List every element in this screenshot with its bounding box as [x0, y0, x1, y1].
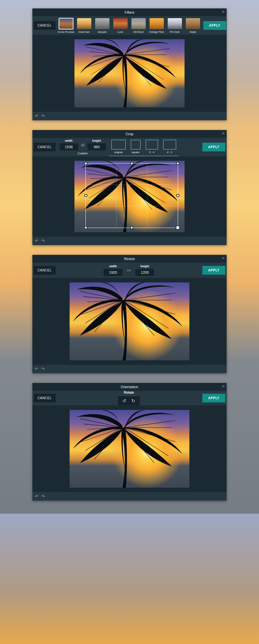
apply-button[interactable]: APPLY	[202, 266, 225, 275]
redo-icon[interactable]: ↷	[41, 367, 45, 371]
preview-area	[32, 405, 227, 488]
close-icon[interactable]: ×	[222, 384, 225, 389]
panel-title: Resize	[124, 257, 135, 261]
crop-toolbar: CANCEL width ⊘ height Custom original	[32, 138, 227, 156]
crop-handle-tm[interactable]	[130, 162, 133, 165]
footer-bar: ↶ ↷	[32, 492, 227, 501]
footer-bar: ↶ ↷	[32, 237, 227, 245]
custom-size-block: width ⊘ height Custom	[57, 138, 109, 156]
height-label: height	[141, 265, 149, 268]
filter-old-boot[interactable]: Old Boot	[130, 18, 147, 33]
height-label: height	[92, 139, 101, 142]
filter-thumb	[131, 18, 146, 29]
rotate-left-icon[interactable]: ↺	[120, 398, 129, 404]
aspect-label: 5 : 4	[146, 151, 158, 154]
cancel-button[interactable]: CANCEL	[34, 143, 56, 151]
preview-area	[32, 278, 227, 360]
crop-handle-br[interactable]	[175, 225, 180, 230]
aspect-5-4[interactable]: 5 : 4	[146, 140, 158, 154]
crop-handle-mr[interactable]	[176, 194, 179, 197]
filter-label: Jarques	[94, 30, 111, 33]
orientation-toolbar: CANCEL Rotate ↺ ↻ APPLY	[32, 391, 227, 405]
panel-header: Crop ×	[32, 130, 227, 138]
undo-icon[interactable]: ↶	[35, 494, 38, 499]
image-preview[interactable]	[74, 161, 185, 232]
close-icon[interactable]: ×	[222, 256, 225, 261]
filter-pin-hole[interactable]: Pin Hole	[166, 18, 183, 33]
rotate-buttons: ↺ ↻	[118, 396, 140, 405]
filters-toolbar: CANCEL Cross Process Glow Sun Jarques Lo…	[32, 16, 227, 35]
filters-panel: Filters × CANCEL Cross Process Glow Sun …	[32, 8, 227, 120]
filter-label: Glow Sun	[76, 30, 93, 33]
crop-handle-ml[interactable]	[84, 194, 87, 197]
filter-glow-sun[interactable]: Glow Sun	[76, 18, 93, 33]
filter-thumb	[59, 18, 73, 29]
rotate-label: Rotate	[124, 391, 134, 394]
width-input[interactable]	[60, 143, 78, 150]
filter-thumb	[150, 18, 164, 29]
undo-icon[interactable]: ↶	[35, 114, 38, 118]
filter-sepia[interactable]: Sepia	[185, 18, 201, 33]
filter-thumb	[186, 18, 200, 29]
apply-button[interactable]: APPLY	[203, 21, 226, 30]
close-icon[interactable]: ×	[222, 9, 225, 14]
panel-header: Resize ×	[32, 255, 227, 263]
filter-label: Pin Hole	[166, 30, 183, 33]
panel-title: Filters	[125, 10, 134, 14]
aspect-ratio-list[interactable]: original square 5 : 4 4 : 3	[109, 138, 179, 156]
aspect-label: square	[131, 151, 141, 154]
filter-label: Sepia	[185, 30, 201, 33]
close-icon[interactable]: ×	[222, 131, 225, 136]
footer-bar: ↶ ↷	[32, 365, 227, 373]
cancel-button[interactable]: CANCEL	[34, 266, 56, 275]
redo-icon[interactable]: ↷	[41, 494, 45, 499]
resize-inputs: width ⚯ height	[104, 263, 154, 278]
width-label: width	[109, 265, 117, 268]
cancel-button[interactable]: CANCEL	[34, 21, 56, 30]
apply-button[interactable]: APPLY	[202, 394, 225, 402]
crop-handle-bl[interactable]	[84, 226, 87, 229]
footer-bar: ↶ ↷	[32, 112, 227, 120]
cancel-button[interactable]: CANCEL	[34, 394, 56, 402]
aspect-original[interactable]: original	[111, 140, 126, 154]
unlink-aspect-icon[interactable]: ⊘	[81, 142, 85, 148]
filter-cross-process[interactable]: Cross Process	[58, 18, 74, 33]
link-aspect-icon[interactable]: ⚯	[127, 268, 131, 273]
filter-love[interactable]: Love	[112, 18, 129, 33]
crop-handle-tl[interactable]	[84, 162, 87, 165]
filter-jarques[interactable]: Jarques	[94, 18, 111, 33]
panel-header: Filters ×	[32, 8, 227, 16]
width-label: width	[65, 139, 73, 142]
aspect-4-3[interactable]: 4 : 3	[163, 140, 176, 154]
preview-area	[32, 35, 227, 107]
resize-toolbar: CANCEL width ⚯ height APPLY	[32, 263, 227, 278]
aspect-square[interactable]: square	[131, 140, 141, 154]
crop-handle-tr[interactable]	[176, 162, 179, 165]
undo-icon[interactable]: ↶	[35, 367, 38, 371]
preview-area	[32, 156, 227, 232]
filter-label: Cross Process	[58, 30, 74, 33]
filter-label: Love	[112, 30, 129, 33]
redo-icon[interactable]: ↷	[41, 114, 45, 118]
height-input[interactable]	[87, 143, 106, 150]
redo-icon[interactable]: ↷	[41, 239, 45, 243]
height-input[interactable]	[135, 269, 154, 276]
panel-title: Crop	[126, 132, 133, 136]
filter-orange-peel[interactable]: Orange Peel	[148, 18, 165, 33]
filter-thumb	[77, 18, 91, 29]
crop-handle-bm[interactable]	[130, 226, 133, 229]
panel-header: Orientation ×	[32, 383, 227, 391]
apply-button[interactable]: APPLY	[202, 143, 225, 151]
crop-panel: Crop × CANCEL width ⊘ height Custom ori	[32, 130, 227, 245]
aspect-box-icon	[163, 140, 176, 149]
image-preview	[70, 410, 189, 488]
filter-thumb	[168, 18, 182, 29]
filter-list: Cross Process Glow Sun Jarques Love Old …	[57, 16, 202, 35]
aspect-box-icon	[146, 140, 158, 149]
width-input[interactable]	[104, 269, 122, 276]
undo-icon[interactable]: ↶	[35, 239, 38, 243]
image-preview	[70, 282, 189, 360]
rotate-right-icon[interactable]: ↻	[129, 398, 138, 404]
aspect-label: 4 : 3	[163, 151, 176, 154]
crop-selection[interactable]	[85, 163, 178, 228]
